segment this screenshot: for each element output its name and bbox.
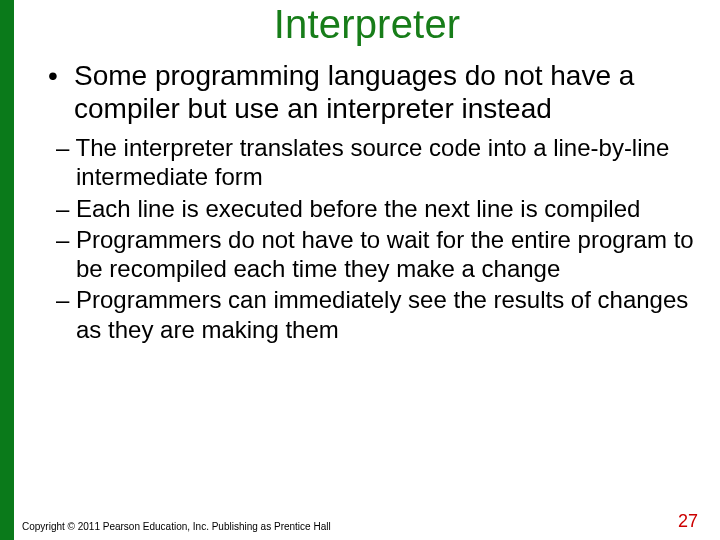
- page-number: 27: [678, 511, 698, 532]
- list-item: – Programmers can immediately see the re…: [56, 285, 696, 344]
- list-item: – The interpreter translates source code…: [56, 133, 696, 192]
- bullet-text: The interpreter translates source code i…: [76, 134, 670, 190]
- bullet-text: Some programming languages do not have a…: [74, 60, 634, 124]
- accent-stripe: [0, 0, 14, 540]
- list-item: – Programmers do not have to wait for th…: [56, 225, 696, 284]
- dash-icon: –: [56, 195, 76, 222]
- dash-icon: –: [56, 226, 76, 253]
- bullet-text: Programmers do not have to wait for the …: [76, 226, 694, 282]
- dash-icon: –: [56, 286, 76, 313]
- bullet-text: Each line is executed before the next li…: [76, 195, 640, 222]
- list-item: Some programming languages do not have a…: [48, 59, 700, 125]
- list-item: – Each line is executed before the next …: [56, 194, 696, 223]
- bullet-list-level2: – The interpreter translates source code…: [14, 133, 720, 344]
- slide-title: Interpreter: [14, 2, 720, 47]
- copyright-text: Copyright © 2011 Pearson Education, Inc.…: [22, 521, 331, 532]
- slide-content: Interpreter Some programming languages d…: [14, 0, 720, 540]
- dash-icon: –: [56, 134, 76, 161]
- bullet-list-level1: Some programming languages do not have a…: [14, 59, 720, 125]
- bullet-text: Programmers can immediately see the resu…: [76, 286, 688, 342]
